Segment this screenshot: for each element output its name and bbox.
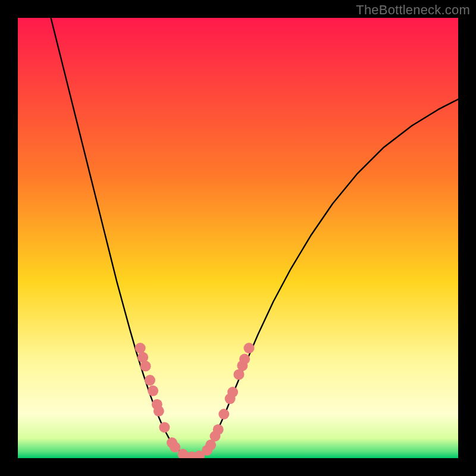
watermark-label: TheBottleneck.com	[356, 2, 470, 18]
data-marker	[145, 375, 155, 386]
data-marker	[218, 409, 229, 419]
data-marker	[148, 386, 158, 396]
data-marker	[154, 406, 164, 416]
data-marker	[140, 361, 151, 371]
chart-svg	[18, 18, 458, 458]
data-marker	[159, 422, 170, 433]
chart-frame: TheBottleneck.com	[0, 0, 476, 476]
data-marker	[213, 424, 224, 435]
data-marker	[227, 387, 238, 397]
data-marker	[135, 343, 146, 353]
plot-area	[18, 18, 458, 458]
data-marker	[244, 343, 255, 353]
data-marker	[239, 354, 250, 365]
